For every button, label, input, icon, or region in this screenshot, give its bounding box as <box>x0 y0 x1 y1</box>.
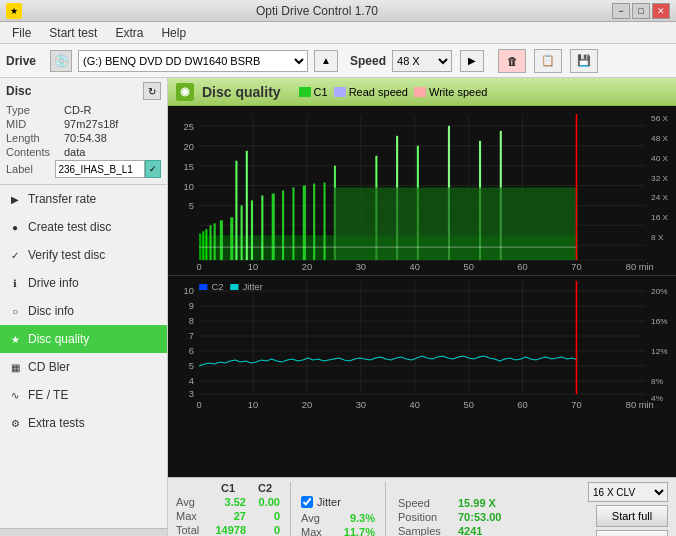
start-full-button[interactable]: Start full <box>596 505 668 527</box>
drive-icon: 💿 <box>50 50 72 72</box>
nav-verify-test-disc-label: Verify test disc <box>28 248 105 262</box>
drive-label: Drive <box>6 54 44 68</box>
disc-length-value: 70:54.38 <box>64 132 107 144</box>
jitter-checkbox[interactable] <box>301 496 313 508</box>
svg-text:40: 40 <box>410 400 420 410</box>
nav-verify-test-disc[interactable]: ✓ Verify test disc <box>0 241 167 269</box>
chart-c1: 25 20 15 10 5 56 X 48 X 40 X 32 X 24 X 1… <box>168 106 676 276</box>
nav-create-test-disc-label: Create test disc <box>28 220 111 234</box>
close-button[interactable]: ✕ <box>652 3 670 19</box>
chart-c2-jitter-svg: 10 9 8 7 6 5 4 3 20% 16% 12% 8% 4% 0 1 <box>168 276 676 416</box>
nav-transfer-rate[interactable]: ▶ Transfer rate <box>0 185 167 213</box>
status-window-button[interactable]: Status window > > <box>0 528 167 536</box>
speed-go-button[interactable]: ▶ <box>460 50 484 72</box>
svg-rect-55 <box>246 151 248 260</box>
legend: C1 Read speed Write speed <box>299 86 488 98</box>
menu-start-test[interactable]: Start test <box>41 24 105 42</box>
svg-text:8: 8 <box>189 316 194 326</box>
svg-text:5: 5 <box>189 361 194 371</box>
disc-refresh-button[interactable]: ↻ <box>143 82 161 100</box>
legend-c1-label: C1 <box>314 86 328 98</box>
speed-mode-select[interactable]: 16 X CLV <box>588 482 668 502</box>
svg-text:20%: 20% <box>651 287 668 296</box>
svg-text:0: 0 <box>197 262 202 272</box>
speed-label: Speed <box>350 54 386 68</box>
nav-fe-te[interactable]: ∿ FE / TE <box>0 381 167 409</box>
svg-rect-104 <box>199 284 207 290</box>
disc-mid-label: MID <box>6 118 64 130</box>
svg-rect-50 <box>292 188 294 261</box>
jitter-max-label: Max <box>301 526 331 536</box>
nav-disc-info[interactable]: ○ Disc info <box>0 297 167 325</box>
speed-stat-val: 15.99 X <box>458 497 496 509</box>
svg-rect-43 <box>220 220 223 260</box>
toolbar-save-button[interactable]: 💾 <box>570 49 598 73</box>
start-part-button[interactable]: Start part <box>596 530 668 536</box>
svg-text:12%: 12% <box>651 347 668 356</box>
speed-select[interactable]: 48 X <box>392 50 452 72</box>
main-layout: Disc ↻ Type CD-R MID 97m27s18f Length 70… <box>0 78 676 536</box>
legend-write-box <box>414 87 426 97</box>
disc-label-input[interactable] <box>55 160 145 178</box>
drive-info-icon: ℹ <box>8 276 22 290</box>
svg-rect-44 <box>230 217 233 260</box>
svg-text:20: 20 <box>302 262 312 272</box>
drive-eject-button[interactable]: ▲ <box>314 50 338 72</box>
col-c2: C2 <box>250 482 280 494</box>
menu-help[interactable]: Help <box>153 24 194 42</box>
charts-area: 25 20 15 10 5 56 X 48 X 40 X 32 X 24 X 1… <box>168 106 676 477</box>
svg-rect-40 <box>205 229 207 260</box>
toolbar-copy-button[interactable]: 📋 <box>534 49 562 73</box>
total-c2: 0 <box>250 524 280 536</box>
svg-text:25: 25 <box>184 122 194 132</box>
quality-title: Disc quality <box>202 84 281 100</box>
avg-label: Avg <box>176 496 206 508</box>
max-c1: 27 <box>210 510 246 522</box>
svg-text:Jitter: Jitter <box>243 282 263 292</box>
minimize-button[interactable]: − <box>612 3 630 19</box>
position-stat-label: Position <box>398 511 454 523</box>
svg-rect-63 <box>334 188 578 261</box>
fe-te-icon: ∿ <box>8 388 22 402</box>
svg-text:50: 50 <box>463 262 473 272</box>
disc-mid-value: 97m27s18f <box>64 118 118 130</box>
menu-file[interactable]: File <box>4 24 39 42</box>
nav-cd-bler[interactable]: ▦ CD Bler <box>0 353 167 381</box>
app-icon: ★ <box>6 3 22 19</box>
nav-extra-tests[interactable]: ⚙ Extra tests <box>0 409 167 437</box>
svg-text:40 X: 40 X <box>651 154 669 163</box>
disc-quality-icon: ★ <box>8 332 22 346</box>
window-controls: − □ ✕ <box>612 3 670 19</box>
menu-extra[interactable]: Extra <box>107 24 151 42</box>
svg-text:6: 6 <box>189 346 194 356</box>
max-c2: 0 <box>250 510 280 522</box>
toolbar-erase-button[interactable]: 🗑 <box>498 49 526 73</box>
col-c1: C1 <box>210 482 246 494</box>
svg-text:8%: 8% <box>651 377 663 386</box>
svg-text:10: 10 <box>248 400 258 410</box>
maximize-button[interactable]: □ <box>632 3 650 19</box>
svg-rect-51 <box>303 186 306 261</box>
svg-text:0: 0 <box>197 400 202 410</box>
disc-info-icon: ○ <box>8 304 22 318</box>
nav-drive-info[interactable]: ℹ Drive info <box>0 269 167 297</box>
svg-text:9: 9 <box>189 301 194 311</box>
nav-cd-bler-label: CD Bler <box>28 360 70 374</box>
disc-label-confirm-button[interactable]: ✓ <box>145 160 161 178</box>
position-stat-val: 70:53.00 <box>458 511 501 523</box>
nav-disc-quality[interactable]: ★ Disc quality <box>0 325 167 353</box>
divider-1 <box>290 482 291 536</box>
nav-create-test-disc[interactable]: ● Create test disc <box>0 213 167 241</box>
svg-rect-53 <box>324 183 326 261</box>
jitter-avg-label: Avg <box>301 512 331 524</box>
drive-select[interactable]: (G:) BENQ DVD DD DW1640 BSRB <box>78 50 308 72</box>
svg-text:4: 4 <box>189 376 194 386</box>
svg-text:40: 40 <box>410 262 420 272</box>
svg-text:3: 3 <box>189 389 194 399</box>
verify-test-disc-icon: ✓ <box>8 248 22 262</box>
svg-text:20: 20 <box>302 400 312 410</box>
app-title: Opti Drive Control 1.70 <box>22 4 612 18</box>
svg-text:10: 10 <box>248 262 258 272</box>
nav-disc-quality-label: Disc quality <box>28 332 89 346</box>
svg-text:16%: 16% <box>651 317 668 326</box>
